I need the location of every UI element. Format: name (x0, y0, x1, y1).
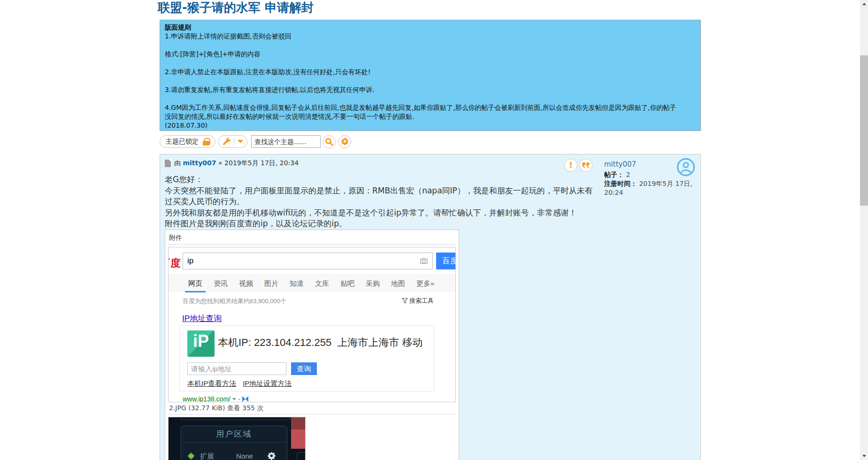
game-user-panel: 用户区域 扩展 None (181, 426, 287, 460)
search-settings-button[interactable] (338, 135, 351, 148)
scrollbar-thumb[interactable] (860, 55, 868, 206)
attachment-caption: 2.JPG (32.77 KiB) 查看 355 次 (168, 402, 456, 414)
avatar-icon[interactable] (676, 158, 695, 176)
post-author-link[interactable]: mitty007 (183, 159, 216, 167)
url-dropdown-icon (232, 398, 236, 400)
game-ext-value: None (228, 452, 261, 460)
ip-headline: 本机IP: 223.104.212.255 上海市上海市 移动 (218, 336, 423, 350)
attachments-label: 附件 (168, 233, 456, 245)
baidu-results-count: 百度为您找到相关结果约83,900,000个 (183, 297, 286, 306)
exclamation-icon: ! (569, 161, 573, 169)
baidu-snapshot-icon (242, 396, 248, 402)
wrench-icon (223, 138, 230, 146)
profile-posts-label: 帖子： (604, 171, 624, 178)
post-author-row: 由 mitty007 » 2019年5月 17日, 20:34 (165, 159, 299, 168)
post-file-icon (165, 160, 171, 167)
baidu-tab: 地图 (391, 275, 405, 292)
scrollbar-up-icon (862, 3, 866, 5)
search-icon (325, 138, 333, 146)
game-gear-icon (268, 452, 276, 460)
search-topic-input[interactable] (251, 135, 321, 148)
ip-logo-text: iP (187, 331, 215, 351)
rules-text: 1.申诉请附上详情的证据截图,否则会被驳回 格式:[阵营]+[角色]+申请的内容… (165, 32, 696, 130)
quote-icon (582, 162, 590, 169)
url-dash: - (238, 395, 240, 402)
rules-title: 版面规则 (165, 23, 696, 32)
post-header: 由 mitty007 » 2019年5月 17日, 20:34 ! (165, 158, 597, 170)
quote-post-button[interactable] (579, 159, 592, 172)
page-title: 联盟-猴子请的水军 申请解封 (158, 0, 701, 15)
ip138-logo: iP (187, 330, 215, 357)
ip-lookup-input (187, 362, 286, 375)
lock-icon (203, 138, 209, 146)
search-button[interactable] (323, 135, 336, 148)
game-panel-title: 用户区域 (181, 429, 287, 439)
ip-card-links: 本机IP查看方法IP地址设置方法 (187, 379, 298, 388)
baidu-tab: 视频 (239, 275, 253, 292)
chevron-down-icon (238, 140, 243, 143)
baidu-tab: 资讯 (214, 275, 228, 292)
attachment-separator (168, 414, 456, 414)
baidu-result-link: IP地址查询 (182, 313, 222, 324)
baidu-search-tools-label: 搜索工具 (409, 297, 434, 305)
topic-locked-label: 主题已锁定 (166, 138, 199, 146)
baidu-tab: 文库 (315, 275, 329, 292)
gear-icon (341, 138, 349, 146)
profile-joined-label: 注册时间： (604, 180, 637, 187)
baidu-query-text: ip (187, 256, 193, 266)
camera-icon (420, 257, 428, 265)
baidu-tab: 贴吧 (340, 275, 354, 292)
post-date: 2019年5月 17日, 20:34 (224, 159, 299, 167)
baidu-result-url: www.ip138.com/ - (183, 395, 248, 402)
baidu-search-box: ip (183, 253, 433, 269)
post-author-line: 由 mitty007 » 2019年5月 17日, 20:34 (174, 159, 299, 168)
baidu-tabs: 网页资讯视频图片知道文库贴吧采购地图更多» (169, 275, 455, 292)
page: 联盟-猴子请的水军 申请解封 版面规则 1.申诉请附上详情的证据截图,否则会被驳… (160, 0, 701, 460)
topic-toolbar: 主题已锁定 (160, 135, 701, 148)
post-action-buttons: ! (564, 159, 592, 172)
game-ext-label: 扩展 (200, 452, 214, 460)
topic-tools-button[interactable] (218, 135, 247, 148)
tools-divider (234, 138, 234, 146)
forum-rules-box: 版面规则 1.申诉请附上详情的证据截图,否则会被驳回 格式:[阵营]+[角色]+… (160, 20, 701, 131)
profile-username-link[interactable]: mitty007 (604, 160, 636, 169)
game-clipped-panel (181, 417, 290, 420)
ip-view-method-link: 本机IP查看方法 (187, 379, 236, 387)
baidu-tab: 采购 (366, 275, 380, 292)
game-panel-corner (297, 452, 306, 460)
post-content: 老G您好： 今天突然不能登陆了，用户面板里面显示的是禁止，原因：RMB出售宏（n… (165, 174, 597, 230)
attachment-image-baidu[interactable]: 百度 ip 百度一下 网页资讯视频图片知道文库贴吧采购地图更多» 百度为您找到相… (168, 247, 456, 402)
game-healthbar (291, 429, 306, 449)
game-panel-divider (181, 442, 287, 443)
baidu-tab: 更多» (416, 275, 434, 292)
author-prefix: 由 (174, 159, 181, 167)
ip-set-method-link: IP地址设置方法 (243, 379, 292, 387)
profile-joined-row: 注册时间： 2019年5月 17日, 20:24 (604, 179, 696, 197)
ip-lookup-card: iP 本机IP: 223.104.212.255 上海市上海市 移动 查询 本机… (179, 325, 434, 391)
profile-posts-count[interactable]: 2 (626, 171, 630, 178)
game-extension-row: 扩展 None (181, 452, 287, 460)
topic-locked-button[interactable]: 主题已锁定 (160, 135, 215, 148)
page-scrollbar[interactable] (860, 0, 868, 460)
funnel-icon (402, 298, 408, 304)
baidu-submit-button: 百度一下 (436, 253, 456, 269)
attachment-image-game[interactable]: 用户区域 扩展 None (168, 417, 306, 460)
post-panel: 由 mitty007 » 2019年5月 17日, 20:34 ! 老G您好： … (160, 154, 701, 460)
baidu-tab: 图片 (264, 275, 278, 292)
ip-query-button: 查询 (291, 362, 317, 375)
baidu-tab: 网页 (185, 275, 206, 292)
author-date-separator: » (218, 159, 223, 167)
baidu-tab: 知道 (290, 275, 304, 292)
game-healthbar-top (291, 417, 306, 429)
baidu-search-tools: 搜索工具 (402, 297, 434, 305)
post-body: 由 mitty007 » 2019年5月 17日, 20:34 ! 老G您好： … (165, 158, 597, 460)
scrollbar-down-arrow[interactable] (860, 452, 868, 460)
baidu-logo: 百度 (168, 256, 181, 270)
attachments-box: 附件 百度 ip 百度一下 网页资讯视频图片知道文库贴吧采购地图更多» 百度为您… (165, 230, 459, 460)
scrollbar-down-icon (862, 455, 866, 457)
puzzle-icon (188, 452, 196, 460)
baidu-site-url-text: www.ip138.com/ (183, 395, 230, 402)
scrollbar-up-arrow[interactable] (860, 0, 868, 8)
post-profile: mitty007 帖子： 2 注册时间： 2019年5月 17日, 20:24 (604, 159, 696, 197)
report-post-button[interactable]: ! (564, 159, 577, 172)
